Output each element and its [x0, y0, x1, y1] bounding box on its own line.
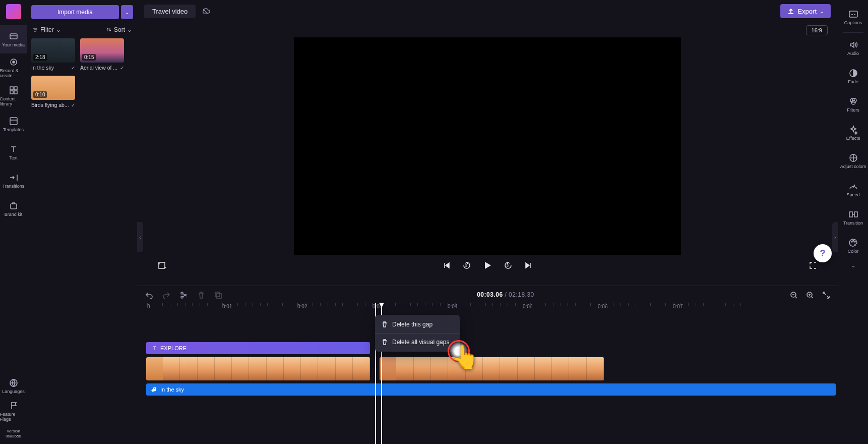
prop-label: Transition [843, 220, 863, 226]
collapse-media-panel[interactable]: ‹ [137, 222, 143, 252]
export-label: Export [797, 8, 817, 15]
split-icon[interactable] [179, 291, 188, 299]
prop-color[interactable]: Color [838, 232, 869, 260]
prop-fade[interactable]: Fade [838, 62, 869, 90]
check-icon: ✓ [120, 65, 124, 71]
project-title-input[interactable]: Travel video [144, 5, 196, 18]
svg-point-29 [853, 240, 854, 241]
menu-label: Delete all visual gaps [392, 339, 449, 346]
adjust-icon [848, 153, 858, 163]
check-icon: ✓ [71, 102, 75, 108]
svg-point-13 [181, 292, 183, 294]
import-media-caret[interactable]: ⌄ [121, 5, 133, 19]
effects-icon [848, 125, 858, 135]
zoom-out-icon[interactable] [789, 291, 797, 299]
skip-start-icon[interactable] [442, 261, 451, 270]
collapse-props-panel[interactable]: › [832, 222, 838, 252]
text-icon [9, 144, 19, 154]
trash-icon [381, 339, 388, 346]
nav-record-create[interactable]: Record & create [0, 53, 27, 82]
prop-audio[interactable]: Audio [838, 34, 869, 62]
svg-point-25 [853, 186, 854, 187]
nav-templates[interactable]: Templates [0, 110, 27, 138]
timeline-ruler[interactable]: 00:010:020:030:040:050:060:07 [137, 303, 838, 315]
menu-delete-all-gaps[interactable]: Delete all visual gaps [375, 335, 460, 350]
nav-your-media[interactable]: Your media [0, 25, 27, 53]
duplicate-icon[interactable] [214, 291, 222, 299]
cloud-sync-icon [201, 6, 211, 16]
total-time: 02:18.30 [509, 291, 534, 298]
nav-brand-kit[interactable]: Brand kit [0, 195, 27, 223]
svg-rect-8 [11, 204, 17, 209]
media-thumb[interactable]: 0:10 Birds flying ab...✓ [31, 76, 75, 108]
clip-duration: 2:18 [33, 54, 47, 61]
nav-version[interactable]: Version 9ba8658 [0, 424, 27, 444]
fullscreen-icon[interactable] [809, 261, 818, 270]
speed-icon [848, 181, 858, 191]
play-button[interactable] [482, 260, 492, 270]
nav-content-library[interactable]: Content library [0, 82, 27, 110]
prop-transition[interactable]: Transition [838, 203, 869, 232]
media-thumb[interactable]: 0:15 Aerial view of ...✓ [80, 38, 124, 71]
filter-button[interactable]: Filter ⌄ [32, 26, 61, 33]
svg-rect-0 [10, 34, 17, 39]
nav-label: Languages [2, 389, 25, 394]
media-thumb[interactable]: 2:18 In the sky✓ [31, 38, 75, 71]
prop-filters[interactable]: Filters [838, 90, 869, 119]
nav-label: Content library [0, 96, 27, 106]
svg-rect-26 [849, 212, 852, 217]
nav-label: Templates [3, 127, 24, 132]
nav-languages[interactable]: Languages [0, 373, 27, 399]
zoom-in-icon[interactable] [805, 291, 814, 299]
version-label: Version 9ba8658 [0, 429, 27, 438]
nav-label: Brand kit [5, 212, 23, 217]
ruler-mark: 0:01 [222, 304, 232, 309]
app-logo[interactable] [6, 4, 21, 19]
video-clip[interactable] [380, 357, 604, 380]
prop-effects[interactable]: Effects [838, 119, 869, 147]
skip-end-icon[interactable] [524, 261, 533, 270]
fit-timeline-icon[interactable] [822, 291, 830, 299]
crop-icon[interactable] [157, 261, 166, 270]
prop-speed[interactable]: Speed [838, 175, 869, 203]
prop-label: Fade [848, 79, 858, 84]
prop-adjust-colors[interactable]: Adjust colors [838, 147, 869, 175]
library-icon [9, 85, 19, 95]
help-button[interactable]: ? [814, 244, 832, 262]
captions-icon [848, 9, 858, 19]
forward-5-icon[interactable]: 5 [504, 261, 513, 270]
transition-icon [848, 209, 858, 219]
ruler-mark: 0:07 [673, 304, 683, 309]
nav-label: Transitions [3, 184, 25, 189]
aspect-ratio-button[interactable]: 16:9 [806, 25, 828, 35]
svg-point-28 [851, 241, 852, 242]
prop-captions[interactable]: Captions [838, 3, 869, 31]
menu-delete-this-gap[interactable]: Delete this gap [375, 317, 460, 332]
audio-clip[interactable]: In the sky [146, 383, 836, 396]
undo-icon[interactable] [145, 291, 153, 299]
nav-transitions[interactable]: Transitions [0, 166, 27, 195]
svg-text:5: 5 [507, 264, 509, 267]
delete-icon[interactable] [197, 291, 205, 299]
redo-icon[interactable] [162, 291, 170, 299]
import-media-button[interactable]: Import media [31, 5, 119, 19]
svg-rect-4 [14, 87, 17, 90]
transitions-icon [9, 173, 19, 183]
svg-point-2 [13, 61, 15, 63]
nav-label: Record & create [0, 68, 27, 78]
video-clip[interactable] [146, 357, 370, 380]
ruler-mark: 0:06 [598, 304, 607, 309]
brandkit-icon [9, 201, 19, 211]
svg-text:5: 5 [465, 264, 467, 267]
nav-feature-flags[interactable]: Feature Flags [0, 399, 27, 424]
sort-button[interactable]: Sort ⌄ [106, 26, 132, 33]
rewind-5-icon[interactable]: 5 [462, 261, 471, 270]
preview-canvas[interactable] [294, 37, 681, 255]
svg-rect-3 [10, 87, 13, 90]
prop-label: Speed [846, 192, 859, 197]
clip-name: Birds flying ab... [31, 102, 69, 108]
props-expand[interactable]: ⌄ [851, 262, 856, 269]
export-button[interactable]: Export ⌄ [780, 4, 831, 18]
nav-text[interactable]: Text [0, 138, 27, 166]
text-clip[interactable]: EXPLORE [146, 342, 370, 354]
